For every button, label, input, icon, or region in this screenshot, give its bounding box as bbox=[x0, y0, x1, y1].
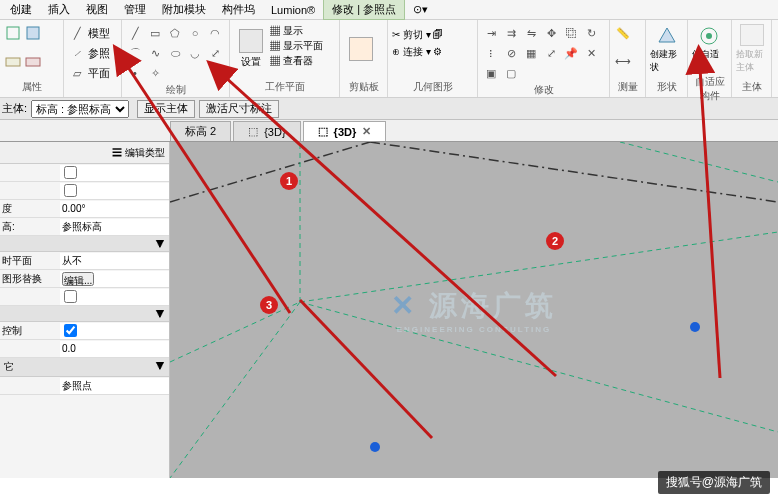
svg-rect-0 bbox=[7, 27, 19, 39]
trim-icon[interactable]: ⫶ bbox=[482, 44, 500, 62]
paste-btn[interactable] bbox=[344, 24, 378, 74]
ref-point-1[interactable] bbox=[370, 442, 380, 452]
view-tab-2[interactable]: ⬚{3D}✕ bbox=[303, 121, 387, 141]
ungrp-icon[interactable]: ▢ bbox=[502, 64, 520, 82]
tool-icon[interactable]: ✧ bbox=[146, 64, 164, 82]
half-arc-icon[interactable]: ◡ bbox=[186, 44, 204, 62]
pick-host-btn[interactable]: 拾取新主体 bbox=[736, 24, 767, 74]
group-label-form: 形状 bbox=[650, 79, 683, 95]
watermark-center: ✕ 源海广筑 ENGINEERING CONSULTING bbox=[391, 287, 558, 334]
dim-icon[interactable]: ⟷ bbox=[614, 53, 632, 71]
showplane-wp-btn[interactable]: ▦ 显示平面 bbox=[270, 39, 323, 53]
prop-value[interactable]: 编辑... bbox=[60, 271, 169, 287]
group-label-geom: 几何图形 bbox=[392, 79, 473, 95]
arc2-icon[interactable]: ⌒ bbox=[126, 44, 144, 62]
group-label-adaptive: 自适应构件 bbox=[692, 74, 727, 104]
menu-3[interactable]: 管理 bbox=[116, 0, 154, 19]
cut-btn[interactable]: ✂ 剪切 ▾ 🗐 bbox=[392, 28, 443, 42]
grp-icon[interactable]: ▣ bbox=[482, 64, 500, 82]
circle-icon[interactable]: ○ bbox=[186, 24, 204, 42]
make-adaptive-btn[interactable]: 使自适应 bbox=[692, 24, 726, 74]
create-form-btn[interactable]: 创建形状 bbox=[650, 24, 683, 74]
show-host-btn[interactable]: 显示主体 bbox=[137, 100, 195, 118]
prop-icon-3[interactable] bbox=[24, 53, 42, 71]
point-icon[interactable]: • bbox=[126, 64, 144, 82]
measure-icon[interactable]: 📏 bbox=[614, 24, 632, 42]
menu-4[interactable]: 附加模块 bbox=[154, 0, 214, 19]
prop-value[interactable] bbox=[60, 289, 169, 305]
prop-value[interactable]: 从不 bbox=[60, 253, 169, 269]
join-btn[interactable]: ⊕ 连接 ▾ ⚙ bbox=[392, 45, 442, 59]
prop-rows: 度0.00°高:参照标高⯆时平面从不图形替换编辑...⯆控制0.0它⯆参照点 bbox=[0, 164, 169, 395]
menu-0[interactable]: 创建 bbox=[2, 0, 40, 19]
svg-line-6 bbox=[170, 142, 370, 202]
menu-1[interactable]: 插入 bbox=[40, 0, 78, 19]
menu-7[interactable]: 修改 | 参照点 bbox=[323, 0, 405, 20]
prop-row bbox=[0, 164, 169, 182]
callout-1: 1 bbox=[280, 172, 298, 190]
prop-row: 度0.00° bbox=[0, 200, 169, 218]
plane-btn[interactable]: 平面 bbox=[88, 66, 110, 81]
menu-6[interactable]: Lumion® bbox=[263, 2, 323, 18]
group-label-props: 属性 bbox=[4, 79, 59, 95]
svg-point-5 bbox=[706, 33, 712, 39]
menu-8[interactable]: ⊙▾ bbox=[405, 1, 436, 18]
prop-value[interactable] bbox=[60, 165, 169, 181]
ref-line-icon[interactable]: ⟋ bbox=[68, 44, 86, 62]
align-icon[interactable]: ⇥ bbox=[482, 24, 500, 42]
modify-icon[interactable] bbox=[4, 24, 22, 42]
prop-section[interactable]: 它⯆ bbox=[0, 358, 169, 377]
prop-value[interactable]: 0.0 bbox=[60, 341, 169, 357]
close-icon[interactable]: ✕ bbox=[362, 125, 371, 138]
svg-line-8 bbox=[170, 302, 300, 362]
prop-value[interactable]: 参照标高 bbox=[60, 219, 169, 235]
edit-type-btn[interactable]: ☰ 编辑类型 bbox=[112, 146, 165, 160]
pick-icon[interactable]: ⤢ bbox=[206, 44, 224, 62]
array-icon[interactable]: ▦ bbox=[522, 44, 540, 62]
viewer-wp-btn[interactable]: ▦ 查看器 bbox=[270, 54, 323, 68]
ellipse-icon[interactable]: ⬭ bbox=[166, 44, 184, 62]
plane-icon[interactable]: ▱ bbox=[68, 64, 86, 82]
host-select[interactable]: 标高 : 参照标高 bbox=[31, 100, 129, 118]
move-icon[interactable]: ✥ bbox=[542, 24, 560, 42]
prop-section[interactable]: ⯆ bbox=[0, 306, 169, 322]
line-icon[interactable]: ╱ bbox=[126, 24, 144, 42]
spline-icon[interactable]: ∿ bbox=[146, 44, 164, 62]
prop-row bbox=[0, 182, 169, 200]
activate-dim-btn[interactable]: 激活尺寸标注 bbox=[199, 100, 279, 118]
prop-value[interactable]: 参照点 bbox=[60, 378, 169, 394]
prop-value[interactable]: 0.00° bbox=[60, 201, 169, 217]
menu-bar: 创建插入视图管理附加模块构件坞Lumion®修改 | 参照点⊙▾ bbox=[0, 0, 778, 20]
view-tab-0[interactable]: 标高 2 bbox=[170, 121, 231, 141]
show-wp-btn[interactable]: ▦ 显示 bbox=[270, 24, 323, 38]
set-wp-btn[interactable]: 设置 bbox=[234, 24, 268, 74]
del-icon[interactable]: ✕ bbox=[582, 44, 600, 62]
prop-section[interactable]: ⯆ bbox=[0, 236, 169, 252]
scale-icon[interactable]: ⤢ bbox=[542, 44, 560, 62]
offset-icon[interactable]: ⇉ bbox=[502, 24, 520, 42]
ref-line-btn[interactable]: 参照 bbox=[88, 46, 110, 61]
menu-2[interactable]: 视图 bbox=[78, 0, 116, 19]
menu-5[interactable]: 构件坞 bbox=[214, 0, 263, 19]
arc-icon[interactable]: ◠ bbox=[206, 24, 224, 42]
pin-icon[interactable]: 📌 bbox=[562, 44, 580, 62]
poly-icon[interactable]: ⬠ bbox=[166, 24, 184, 42]
rotate-icon[interactable]: ↻ bbox=[582, 24, 600, 42]
draw-tools: ╱ ▭ ⬠ ○ ◠ ⌒ ∿ ⬭ ◡ ⤢ • ✧ bbox=[126, 22, 230, 82]
svg-rect-2 bbox=[6, 58, 20, 66]
rect-icon[interactable]: ▭ bbox=[146, 24, 164, 42]
cube-icon: ⬚ bbox=[248, 125, 258, 138]
view-tabs: 标高 2⬚{3D}⬚{3D}✕ bbox=[0, 120, 778, 142]
ref-point-0[interactable] bbox=[690, 322, 700, 332]
prop-icon[interactable] bbox=[24, 24, 42, 42]
mirror-icon[interactable]: ⇋ bbox=[522, 24, 540, 42]
prop-value[interactable] bbox=[60, 323, 169, 339]
prop-value[interactable] bbox=[60, 183, 169, 199]
group-label-empty bbox=[68, 93, 117, 95]
view-tab-1[interactable]: ⬚{3D} bbox=[233, 121, 300, 141]
model-line-icon[interactable]: ╱ bbox=[68, 24, 86, 42]
copy-icon[interactable]: ⿻ bbox=[562, 24, 580, 42]
prop-icon-2[interactable] bbox=[4, 53, 22, 71]
model-line-btn[interactable]: 模型 bbox=[88, 26, 110, 41]
split-icon[interactable]: ⊘ bbox=[502, 44, 520, 62]
